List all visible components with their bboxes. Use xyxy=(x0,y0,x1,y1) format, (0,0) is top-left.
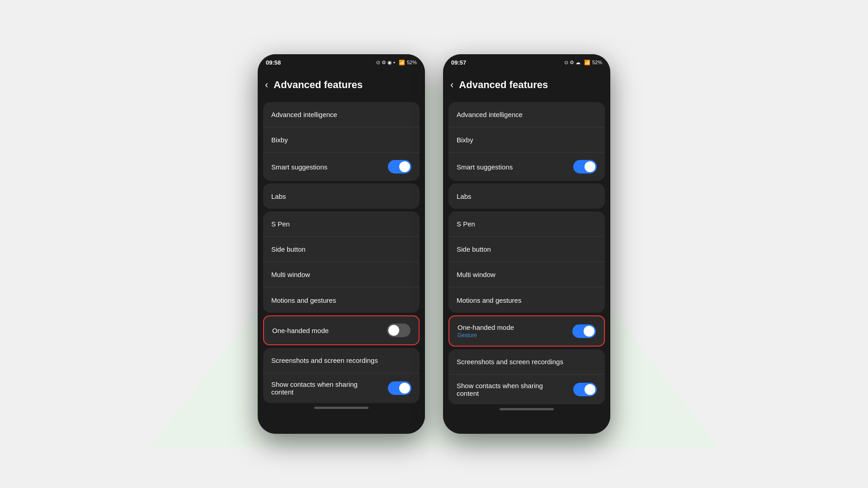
settings-group-2-1: Advanced intelligence Bixby Smart sugges… xyxy=(448,102,605,181)
settings-group-1-1: Advanced intelligence Bixby Smart sugges… xyxy=(263,102,420,181)
signal-icons-1: 📶 xyxy=(399,60,405,66)
list-item[interactable]: Motions and gestures xyxy=(448,287,605,313)
list-item[interactable]: Bixby xyxy=(448,127,605,153)
toggle-knob xyxy=(585,161,595,172)
time-2: 09:57 xyxy=(451,59,466,66)
settings-group-2-4: Screenshots and screen recordings Show c… xyxy=(448,349,605,404)
list-item[interactable]: Bixby xyxy=(263,127,420,153)
list-item[interactable]: Multi window xyxy=(448,262,605,287)
list-item[interactable]: Labs xyxy=(448,183,605,209)
item-label: Multi window xyxy=(457,271,495,278)
item-label: Labs xyxy=(271,192,286,200)
smart-suggestions-toggle-1[interactable] xyxy=(388,160,411,174)
list-item[interactable]: Show contacts when sharing content xyxy=(263,373,420,403)
nav-indicator-2 xyxy=(500,408,554,410)
settings-group-1-4: Screenshots and screen recordings Show c… xyxy=(263,348,420,403)
one-handed-toggle-1[interactable] xyxy=(387,324,410,337)
list-item[interactable]: S Pen xyxy=(448,211,605,237)
item-label: Advanced intelligence xyxy=(271,111,337,118)
list-item[interactable]: Screenshots and screen recordings xyxy=(263,348,420,373)
one-handed-toggle-2[interactable] xyxy=(572,324,596,338)
item-label: One-handed mode xyxy=(458,324,514,331)
battery-2: 52% xyxy=(592,60,602,65)
list-item[interactable]: Multi window xyxy=(263,262,420,287)
battery-1: 52% xyxy=(407,60,417,65)
item-label: Motions and gestures xyxy=(271,296,336,304)
item-content: One-handed mode Gesture xyxy=(458,324,514,338)
item-label: Motions and gestures xyxy=(457,296,521,304)
list-item[interactable]: Screenshots and screen recordings xyxy=(448,349,605,375)
list-item[interactable]: Side button xyxy=(448,237,605,262)
item-label: Advanced intelligence xyxy=(457,111,523,118)
item-sublabel: Gesture xyxy=(458,332,514,338)
toggle-knob xyxy=(399,383,410,394)
nav-indicator-1 xyxy=(314,407,368,409)
signal-icons-2: 📶 xyxy=(584,60,590,66)
list-item[interactable]: One-handed mode Gesture xyxy=(449,316,604,346)
page-title-2: Advanced features xyxy=(459,79,548,91)
back-button-1[interactable]: ‹ xyxy=(265,79,268,91)
header-1: ‹ Advanced features xyxy=(258,70,425,99)
list-item[interactable]: Motions and gestures xyxy=(263,287,420,313)
item-label: Screenshots and screen recordings xyxy=(271,357,378,364)
list-item[interactable]: Advanced intelligence xyxy=(263,102,420,127)
time-1: 09:58 xyxy=(266,59,281,66)
smart-suggestions-toggle-2[interactable] xyxy=(573,160,597,174)
back-button-2[interactable]: ‹ xyxy=(450,79,453,91)
item-label: One-handed mode xyxy=(272,327,329,334)
status-bar-2: 09:57 ⊙ ⚙ ☁ 📶 52% xyxy=(443,54,610,70)
settings-list-2: Advanced intelligence Bixby Smart sugges… xyxy=(443,99,610,434)
item-label: Multi window xyxy=(271,271,310,278)
item-label: Bixby xyxy=(457,136,473,144)
phones-container: 09:58 ⊙ ⚙ ◉ • 📶 52% ‹ Advanced features … xyxy=(258,54,610,434)
toggle-knob xyxy=(584,326,594,337)
settings-group-1-2: Labs xyxy=(263,183,420,209)
status-icons-2: ⊙ ⚙ ☁ 📶 52% xyxy=(564,60,602,66)
settings-group-2-2: Labs xyxy=(448,183,605,209)
item-label: Side button xyxy=(457,245,491,253)
status-icons-1: ⊙ ⚙ ◉ • 📶 52% xyxy=(376,60,417,66)
list-item[interactable]: Advanced intelligence xyxy=(448,102,605,127)
item-label: Labs xyxy=(457,192,472,200)
status-bar-1: 09:58 ⊙ ⚙ ◉ • 📶 52% xyxy=(258,54,425,70)
page-title-1: Advanced features xyxy=(274,79,363,91)
show-contacts-toggle-1[interactable] xyxy=(388,381,411,395)
item-label: Smart suggestions xyxy=(457,163,513,171)
item-label: Bixby xyxy=(271,136,288,144)
toggle-knob xyxy=(585,384,595,395)
list-item[interactable]: Labs xyxy=(263,183,420,209)
list-item[interactable]: Smart suggestions xyxy=(448,153,605,181)
list-item[interactable]: Smart suggestions xyxy=(263,153,420,181)
one-handed-mode-row-1[interactable]: One-handed mode xyxy=(263,315,420,345)
item-label: S Pen xyxy=(271,220,290,228)
show-contacts-toggle-2[interactable] xyxy=(573,383,597,396)
settings-group-2-3: S Pen Side button Multi window Motions a… xyxy=(448,211,605,313)
toggle-knob xyxy=(388,325,399,336)
item-label: S Pen xyxy=(457,220,475,228)
list-item[interactable]: Side button xyxy=(263,237,420,262)
phone-1: 09:58 ⊙ ⚙ ◉ • 📶 52% ‹ Advanced features … xyxy=(258,54,425,434)
one-handed-mode-row-2[interactable]: One-handed mode Gesture xyxy=(448,315,605,347)
list-item[interactable]: One-handed mode xyxy=(264,316,419,344)
item-label: Show contacts when sharing content xyxy=(271,380,371,396)
notification-icons-1: ⊙ ⚙ ◉ • xyxy=(376,60,395,66)
settings-group-1-3: S Pen Side button Multi window Motions a… xyxy=(263,211,420,313)
item-label: Screenshots and screen recordings xyxy=(457,358,563,366)
list-item[interactable]: S Pen xyxy=(263,211,420,237)
item-label: Side button xyxy=(271,245,306,253)
toggle-knob xyxy=(399,161,410,172)
notification-icons-2: ⊙ ⚙ ☁ xyxy=(564,60,580,66)
item-label: Smart suggestions xyxy=(271,163,327,171)
list-item[interactable]: Show contacts when sharing content xyxy=(448,375,605,404)
header-2: ‹ Advanced features xyxy=(443,70,610,99)
item-label: Show contacts when sharing content xyxy=(457,382,556,397)
settings-list-1: Advanced intelligence Bixby Smart sugges… xyxy=(258,99,425,434)
phone-2: 09:57 ⊙ ⚙ ☁ 📶 52% ‹ Advanced features Ad… xyxy=(443,54,610,434)
